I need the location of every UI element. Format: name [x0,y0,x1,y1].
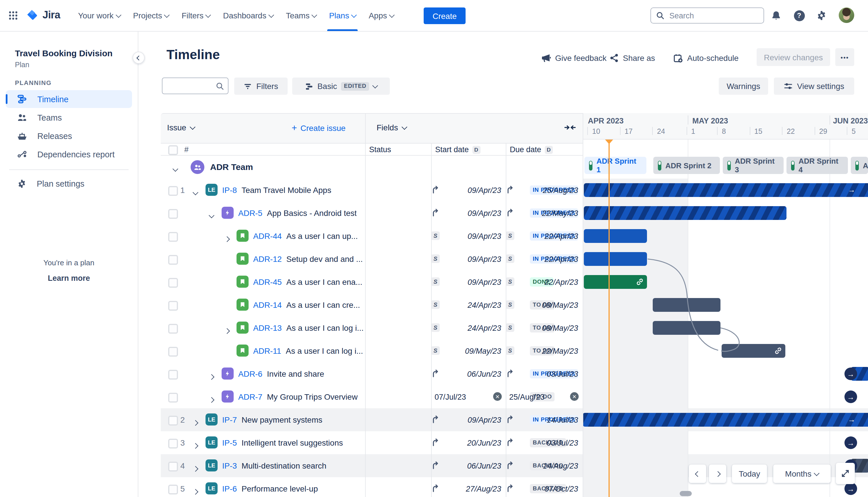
row-expander[interactable] [193,187,200,194]
sprint-bar-3[interactable]: ADR Sprint 3 [723,157,784,174]
gantt-bar-adr-11[interactable] [722,344,785,358]
start-date-value[interactable]: 09/Apr/23 [449,209,501,218]
issue-key[interactable]: IP-7 [222,415,237,424]
sidebar-item-releases[interactable]: Releases [6,127,132,145]
row-checkbox[interactable] [168,370,178,380]
due-date-value[interactable]: 03/Jul/23 [526,370,578,379]
sidebar-item-teams[interactable]: Teams [6,109,132,126]
row-checkbox[interactable] [168,393,178,402]
gantt-bar-adr-13[interactable] [653,321,721,335]
bar-continues-indicator[interactable]: → [844,368,857,380]
global-search[interactable] [650,8,764,24]
issue-title[interactable]: App Basics - Android test [267,208,357,217]
issue-title[interactable]: As a user I can ena... [287,277,363,286]
nav-item-dashboards[interactable]: Dashboards [217,0,279,31]
row-checkbox[interactable] [168,324,178,333]
due-date-value[interactable]: 25/Aug/23 [526,186,578,195]
horizontal-scrollbar-thumb[interactable] [680,491,692,496]
bar-continues-indicator[interactable]: → [844,482,857,495]
start-date-value[interactable]: 09/May/23 [449,347,501,355]
global-search-input[interactable] [668,11,751,20]
issue-key[interactable]: ADR-13 [253,323,282,332]
sidebar-item-timeline[interactable]: Timeline [6,90,132,108]
row-expander[interactable] [209,394,216,401]
user-avatar[interactable] [839,8,854,23]
gantt-bar-ip-7[interactable] [583,413,868,427]
row-checkbox[interactable] [168,186,178,196]
remove-date-icon[interactable]: ✕ [570,392,579,401]
due-date-value[interactable]: 22/Apr/23 [526,255,578,264]
nav-item-plans[interactable]: Plans [323,0,362,31]
issue-key[interactable]: IP-5 [222,438,237,447]
due-date-value[interactable]: 25/Aug/23 [509,393,545,401]
start-date-value[interactable]: 06/Jun/23 [449,462,501,470]
notifications-button[interactable] [769,8,784,23]
row-checkbox[interactable] [168,209,178,219]
sidebar-item-dependencies-report[interactable]: Dependencies report [6,145,132,163]
start-date-value[interactable]: 09/Apr/23 [449,255,501,264]
review-changes-button[interactable]: Review changes [757,48,830,66]
row-expander[interactable] [209,371,216,378]
issue-title[interactable]: As a user I can log i... [286,346,363,355]
start-date-value[interactable]: 09/Apr/23 [449,186,501,195]
issue-title[interactable]: Multi-destination search [242,461,327,470]
row-checkbox[interactable] [168,347,178,357]
row-checkbox[interactable] [168,278,178,288]
issue-key[interactable]: ADR-6 [238,369,262,378]
nav-item-your-work[interactable]: Your work [72,0,127,31]
app-switcher-icon[interactable] [6,8,21,23]
nav-item-projects[interactable]: Projects [127,0,175,31]
view-selector-button[interactable]: Basic EDITED [292,77,390,95]
gantt-bar-ip-8[interactable] [584,183,868,197]
sidebar-collapse-button[interactable] [133,52,145,64]
start-date-value[interactable]: 09/Apr/23 [449,278,501,286]
nav-item-apps[interactable]: Apps [362,0,400,31]
issue-title[interactable]: As a user I can log i... [287,323,364,332]
select-all-checkbox[interactable] [168,145,178,155]
issue-title[interactable]: New payment systems [242,415,322,424]
due-date-value[interactable]: 22/May/23 [526,347,578,355]
row-expander[interactable] [193,463,200,470]
issue-title[interactable]: As a user I can up... [287,231,358,240]
sidebar-item-plan-settings[interactable]: Plan settings [6,174,132,193]
row-checkbox[interactable] [168,255,178,265]
start-date-value[interactable]: 09/Apr/23 [449,232,501,241]
create-button[interactable]: Create [424,8,466,24]
gantt-bar-adr-44[interactable] [584,229,647,243]
scroll-left-button[interactable] [689,465,706,483]
scroll-right-button[interactable] [709,465,726,483]
warnings-button[interactable]: Warnings [719,77,768,95]
start-date-value[interactable]: 24/Apr/23 [449,301,501,310]
row-expander[interactable] [193,486,200,493]
group-expander[interactable] [173,164,180,171]
remove-date-icon[interactable]: ✕ [493,392,502,401]
more-actions-button[interactable]: ••• [835,48,854,66]
row-expander[interactable] [193,440,200,447]
timescale-dropdown[interactable]: Months [773,465,831,483]
row-expander[interactable] [209,210,216,217]
auto-schedule-button[interactable]: Auto-schedule [674,49,739,67]
start-date-value[interactable]: 20/Jun/23 [449,439,501,447]
create-issue-button[interactable]: + Create issue [292,123,346,133]
issue-title[interactable]: Team Travel Mobile Apps [242,185,331,194]
issue-title[interactable]: Invite and share [267,369,324,378]
due-date-value[interactable]: 08/May/23 [526,324,578,332]
row-checkbox[interactable] [168,416,178,426]
sprint-bar-4[interactable]: ADR Sprint 4 [786,157,848,174]
issue-header-dropdown[interactable]: Issue [167,123,195,132]
sprint-bar-2[interactable]: ADR Sprint 2 [653,157,720,174]
issue-key[interactable]: ADR-12 [253,254,282,263]
start-date-value[interactable]: 24/Apr/23 [449,324,501,332]
row-checkbox[interactable] [168,462,178,471]
issue-key[interactable]: ADR-14 [253,300,282,309]
issue-title[interactable]: Setup dev and and ... [287,254,363,263]
give-feedback-button[interactable]: Give feedback [541,49,607,67]
start-date-column-header[interactable]: Start dateD [435,145,480,154]
due-date-value[interactable]: 14/Jul/23 [526,416,578,424]
issue-title[interactable]: Performance level-up [242,484,318,493]
due-date-value[interactable]: 22/Apr/23 [526,232,578,241]
bar-continues-indicator[interactable]: → [844,390,857,403]
issue-key[interactable]: IP-8 [222,185,237,194]
sprint-bar-1[interactable]: ADR Sprint 1 [584,157,647,174]
gantt-bar-adr-12[interactable] [584,252,647,266]
